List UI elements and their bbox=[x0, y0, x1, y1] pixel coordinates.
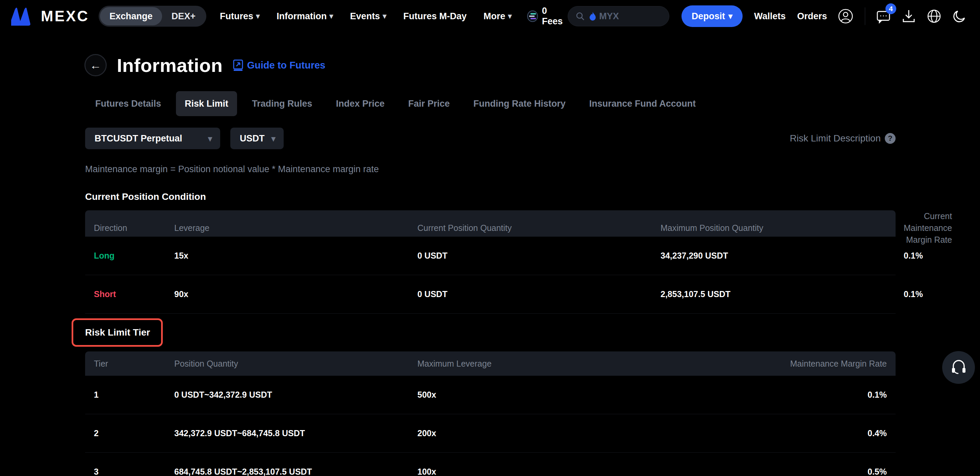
flame-icon bbox=[589, 11, 597, 21]
leverage-value: 90x bbox=[174, 289, 417, 299]
direction-short: Short bbox=[94, 289, 174, 299]
symbol-select[interactable]: BTCUSDT Perpetual bbox=[85, 128, 220, 149]
guide-to-futures-link[interactable]: Guide to Futures bbox=[233, 59, 325, 71]
messages-button[interactable]: 4 bbox=[876, 9, 891, 24]
position-quantity-range: 342,372.9 USDT~684,745.8 USDT bbox=[174, 428, 417, 438]
filter-row: BTCUSDT Perpetual USDT Risk Limit Descri… bbox=[85, 128, 896, 149]
maintenance-margin-formula: Maintenance margin = Position notional v… bbox=[85, 164, 980, 175]
notification-badge: 4 bbox=[885, 3, 896, 14]
deposit-button[interactable]: Deposit bbox=[681, 5, 743, 27]
col-current-qty: Current Position Quantity bbox=[417, 223, 660, 233]
tab-funding-rate-history[interactable]: Funding Rate History bbox=[465, 91, 574, 116]
tab-futures-details[interactable]: Futures Details bbox=[86, 91, 170, 116]
col-max-qty: Maximum Position Quantity bbox=[660, 223, 904, 233]
position-quantity-range: 0 USDT~342,372.9 USDT bbox=[174, 390, 417, 400]
zero-fees-link[interactable]: 0 Fees bbox=[527, 6, 568, 27]
nav-futures-m-day[interactable]: Futures M-Day bbox=[403, 11, 467, 22]
search-input[interactable]: MYX bbox=[568, 6, 669, 26]
theme-toggle-button[interactable] bbox=[952, 9, 966, 23]
highlight-annotation-box bbox=[72, 318, 163, 347]
nav-events[interactable]: Events bbox=[350, 11, 387, 22]
table-row: Short 90x 0 USDT 2,853,107.5 USDT 0.1% bbox=[85, 275, 896, 314]
nav-futures[interactable]: Futures bbox=[220, 11, 260, 22]
col-position-quantity: Position Quantity bbox=[174, 359, 417, 369]
download-app-button[interactable] bbox=[902, 9, 916, 24]
mexc-logo-text: MEXC bbox=[41, 8, 89, 25]
rate-value: 0.1% bbox=[904, 251, 923, 260]
col-maintenance-margin-rate: Maintenance Margin Rate bbox=[660, 359, 887, 369]
search-placeholder: MYX bbox=[589, 11, 619, 22]
col-max-leverage: Maximum Leverage bbox=[417, 359, 660, 369]
support-button[interactable] bbox=[942, 351, 975, 384]
tier-table-header: Tier Position Quantity Maximum Leverage … bbox=[85, 351, 896, 376]
tier-number: 3 bbox=[94, 467, 174, 476]
rate-value: 0.1% bbox=[904, 289, 923, 299]
current-qty-value: 0 USDT bbox=[417, 251, 660, 260]
orders-link[interactable]: Orders bbox=[797, 11, 827, 22]
max-leverage-value: 200x bbox=[417, 428, 660, 438]
search-icon bbox=[576, 11, 585, 21]
tier-number: 2 bbox=[94, 428, 174, 438]
col-maintenance-rate: Current Maintenance Margin Rate bbox=[904, 210, 952, 246]
navbar-divider bbox=[865, 8, 865, 25]
direction-long: Long bbox=[94, 251, 174, 260]
guide-icon bbox=[233, 59, 243, 71]
user-icon bbox=[838, 8, 853, 24]
page-header: Information Guide to Futures bbox=[84, 54, 980, 76]
rate-value: 0.1% bbox=[660, 390, 887, 400]
tier-number: 1 bbox=[94, 390, 174, 400]
wallets-link[interactable]: Wallets bbox=[754, 11, 786, 22]
table-row: 2 342,372.9 USDT~684,745.8 USDT 200x 0.4… bbox=[85, 414, 896, 453]
fees-label: 0 Fees bbox=[542, 6, 568, 27]
nav-information[interactable]: Information bbox=[277, 11, 333, 22]
mexc-logo[interactable]: MEXC bbox=[11, 7, 89, 25]
risk-limit-description-link[interactable]: Risk Limit Description bbox=[790, 133, 896, 144]
mexc-logo-icon bbox=[11, 7, 36, 25]
tab-fair-price[interactable]: Fair Price bbox=[399, 91, 458, 116]
tab-insurance-fund-account[interactable]: Insurance Fund Account bbox=[581, 91, 705, 116]
toggle-exchange[interactable]: Exchange bbox=[100, 7, 162, 25]
toggle-dex[interactable]: DEX+ bbox=[162, 7, 205, 25]
max-leverage-value: 500x bbox=[417, 390, 660, 400]
table-row: 3 684,745.8 USDT~2,853,107.5 USDT 100x 0… bbox=[85, 453, 896, 476]
mexc-futures-information-page: MEXC Exchange DEX+ Futures Information E… bbox=[0, 0, 980, 476]
nav-more[interactable]: More bbox=[484, 11, 512, 22]
position-table-header: Direction Leverage Current Position Quan… bbox=[85, 210, 896, 236]
profile-button[interactable] bbox=[838, 8, 853, 24]
position-condition-table: Direction Leverage Current Position Quan… bbox=[85, 210, 896, 314]
tab-index-price[interactable]: Index Price bbox=[327, 91, 393, 116]
exchange-dex-toggle: Exchange DEX+ bbox=[99, 6, 206, 27]
max-qty-value: 2,853,107.5 USDT bbox=[660, 289, 904, 299]
currency-select[interactable]: USDT bbox=[230, 128, 284, 149]
moon-icon bbox=[952, 9, 966, 23]
info-tabs: Futures Details Risk Limit Trading Rules… bbox=[86, 91, 980, 116]
position-condition-heading: Current Position Condition bbox=[85, 191, 980, 202]
table-row: 1 0 USDT~342,372.9 USDT 500x 0.1% bbox=[85, 376, 896, 414]
rate-value: 0.4% bbox=[660, 428, 887, 438]
col-direction: Direction bbox=[94, 223, 174, 233]
headset-icon bbox=[951, 360, 967, 375]
rate-value: 0.5% bbox=[660, 467, 887, 476]
top-navbar: MEXC Exchange DEX+ Futures Information E… bbox=[0, 0, 980, 32]
tab-risk-limit[interactable]: Risk Limit bbox=[176, 91, 237, 116]
chevron-down-icon bbox=[272, 133, 275, 144]
help-icon bbox=[885, 133, 896, 144]
col-tier: Tier bbox=[94, 359, 174, 369]
globe-icon bbox=[927, 9, 942, 24]
language-button[interactable] bbox=[927, 9, 942, 24]
page-title: Information bbox=[117, 54, 223, 76]
current-qty-value: 0 USDT bbox=[417, 289, 660, 299]
position-quantity-range: 684,745.8 USDT~2,853,107.5 USDT bbox=[174, 467, 417, 476]
fees-coin-icon bbox=[527, 11, 538, 22]
back-button[interactable] bbox=[84, 54, 107, 76]
download-icon bbox=[902, 9, 916, 24]
risk-limit-tier-section: Risk Limit Tier bbox=[0, 314, 980, 351]
max-leverage-value: 100x bbox=[417, 467, 660, 476]
risk-limit-tier-table: Tier Position Quantity Maximum Leverage … bbox=[85, 351, 896, 476]
chevron-down-icon bbox=[208, 133, 212, 144]
tab-trading-rules[interactable]: Trading Rules bbox=[243, 91, 321, 116]
table-row: Long 15x 0 USDT 34,237,290 USDT 0.1% bbox=[85, 236, 896, 275]
col-leverage: Leverage bbox=[174, 223, 417, 233]
leverage-value: 15x bbox=[174, 251, 417, 260]
nav-links: Futures Information Events Futures M-Day… bbox=[220, 11, 512, 22]
